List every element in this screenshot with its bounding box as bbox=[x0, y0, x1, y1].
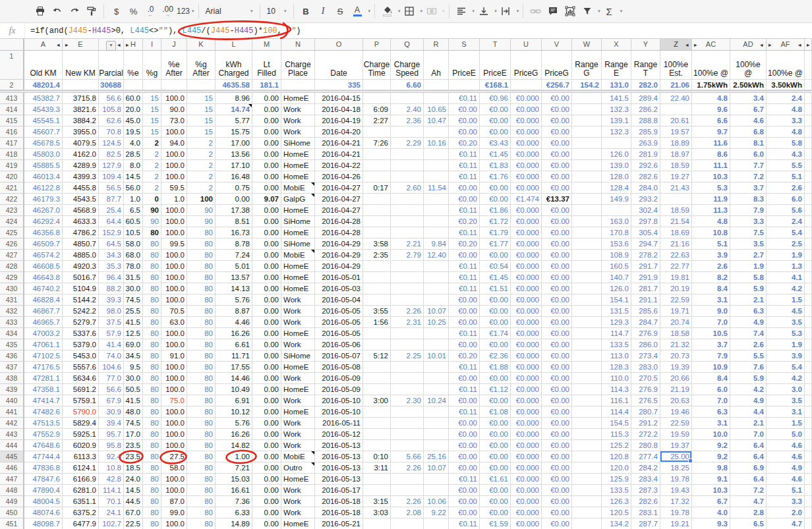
cell-A442[interactable]: 47513.5 bbox=[24, 418, 63, 429]
cell-A445[interactable]: 47744.4 bbox=[24, 451, 63, 462]
cell-U416[interactable]: €0.000 bbox=[511, 126, 542, 138]
cell-J426[interactable]: 99.5 bbox=[161, 238, 187, 250]
cell-X419[interactable]: 139.0 bbox=[602, 160, 631, 171]
cell-E437[interactable]: 5557.6 bbox=[63, 362, 99, 373]
col-header-V[interactable]: V bbox=[542, 39, 572, 51]
cell-I426[interactable]: 80 bbox=[143, 238, 161, 250]
hidden-columns-icon[interactable]: ▸ bbox=[768, 42, 772, 48]
cell-I445[interactable]: 80 bbox=[143, 451, 161, 462]
cell-U443[interactable]: €0.000 bbox=[511, 429, 542, 440]
cell-P415[interactable]: 2:27 bbox=[363, 115, 391, 126]
cell-W428[interactable] bbox=[572, 261, 602, 272]
cell-AC425[interactable]: 10.8 bbox=[692, 227, 730, 238]
header-L[interactable]: kWh Charged bbox=[216, 51, 252, 80]
cell-L433[interactable]: 4.46 bbox=[216, 317, 252, 328]
cell-M426[interactable]: 0.00 bbox=[252, 238, 281, 250]
cell-X448[interactable]: 133.5 bbox=[602, 485, 631, 496]
cell-E433[interactable]: 5279.7 bbox=[63, 317, 99, 328]
cell-Y420[interactable]: 282.6 bbox=[631, 171, 660, 182]
hidden-columns-icon[interactable]: ◂ bbox=[685, 42, 689, 48]
cell-X430[interactable]: 126.0 bbox=[602, 283, 631, 294]
header-J[interactable]: %e After bbox=[161, 51, 187, 80]
cell-W424[interactable] bbox=[572, 216, 602, 227]
cell-Z422[interactable] bbox=[660, 194, 692, 205]
cell-W443[interactable] bbox=[572, 429, 602, 440]
cell-S435[interactable]: €0.00 bbox=[449, 339, 480, 350]
cell-AD419[interactable]: 7.7 bbox=[730, 160, 767, 171]
cell-S451[interactable]: €0.11 bbox=[449, 518, 480, 529]
cell-L415[interactable]: 5.77 bbox=[216, 115, 252, 126]
cell-H440[interactable]: 41.5 bbox=[124, 395, 143, 406]
cell-T416[interactable]: €0.00 bbox=[480, 126, 511, 138]
cell-AF435[interactable]: 1.9 bbox=[767, 339, 805, 350]
cell-A425[interactable]: 46356.8 bbox=[24, 227, 63, 238]
cell-J448[interactable]: 100.0 bbox=[161, 485, 187, 496]
cell-O446[interactable]: 2016-05-13 bbox=[315, 462, 363, 474]
cell-V446[interactable]: €0.00 bbox=[542, 462, 572, 474]
cell-P449[interactable]: 3:15 bbox=[363, 496, 391, 507]
cell-L431[interactable]: 5.76 bbox=[216, 294, 252, 306]
cell-AC451[interactable]: 9.3 bbox=[692, 518, 730, 529]
cell-X414[interactable]: 132.3 bbox=[602, 104, 631, 115]
total-Z[interactable]: 21.06 bbox=[660, 80, 692, 90]
text-wrap-button[interactable] bbox=[498, 3, 514, 20]
cell-T414[interactable]: €0.00 bbox=[480, 104, 511, 115]
cell-J415[interactable]: 73.0 bbox=[161, 115, 187, 126]
cell-W420[interactable] bbox=[572, 171, 602, 182]
cell-N444[interactable]: Work bbox=[281, 440, 315, 451]
row-header-427[interactable]: 427 bbox=[0, 250, 24, 261]
cell-H446[interactable]: 18.5 bbox=[124, 462, 143, 474]
cell-M447[interactable]: 0.00 bbox=[252, 474, 281, 485]
cell-R447[interactable] bbox=[424, 474, 449, 485]
cell-M421[interactable]: 0.00 bbox=[252, 182, 281, 194]
cell-E450[interactable]: 6375.2 bbox=[63, 507, 99, 518]
cell-X445[interactable]: 120.8 bbox=[602, 451, 631, 462]
total-S[interactable] bbox=[449, 80, 480, 90]
cell-E415[interactable]: 3884.2 bbox=[63, 115, 99, 126]
cell-U428[interactable]: €0.000 bbox=[511, 261, 542, 272]
cell-E413[interactable]: 3715.8 bbox=[63, 93, 99, 104]
sheet[interactable]: AE▼HIJKLMNOPQRSTUVWXYZACADAF◂▸◂▸◂▸◂▸◂▸1O… bbox=[0, 39, 812, 529]
cell-P439[interactable] bbox=[363, 384, 391, 395]
cell-E436[interactable]: 5453.0 bbox=[63, 350, 99, 362]
cell-L420[interactable]: 16.48 bbox=[216, 171, 252, 182]
cell-AF439[interactable]: 3.0 bbox=[767, 384, 805, 395]
col-header-N[interactable]: N bbox=[281, 39, 315, 51]
row-header-423[interactable]: 423 bbox=[0, 205, 24, 216]
row-header-432[interactable]: 432 bbox=[0, 306, 24, 317]
cell-J419[interactable]: 100.0 bbox=[161, 160, 187, 171]
cell-V447[interactable]: €0.00 bbox=[542, 474, 572, 485]
cell-AC449[interactable]: 6.7 bbox=[692, 496, 730, 507]
cell-Z432[interactable]: 19.71 bbox=[660, 306, 692, 317]
cell-P431[interactable] bbox=[363, 294, 391, 306]
cell-W435[interactable] bbox=[572, 339, 602, 350]
cell-E439[interactable]: 5691.2 bbox=[63, 384, 99, 395]
cell-S438[interactable]: €0.00 bbox=[449, 373, 480, 384]
cell-AF441[interactable]: 3.1 bbox=[767, 406, 805, 418]
cell-AC428[interactable]: 2.6 bbox=[692, 261, 730, 272]
selected-cell[interactable]: 25.00 bbox=[660, 451, 692, 462]
cell-E447[interactable]: 6166.9 bbox=[63, 474, 99, 485]
cell-L414[interactable]: 14.74 bbox=[216, 104, 252, 115]
format-currency-button[interactable]: $ bbox=[108, 3, 125, 20]
cell-K448[interactable]: 80 bbox=[187, 485, 216, 496]
cell-AF440[interactable]: 3.5 bbox=[767, 395, 805, 406]
cell-AD444[interactable]: 6.4 bbox=[730, 440, 767, 451]
header-AC[interactable]: 100%e @ bbox=[692, 51, 730, 80]
cell-L423[interactable]: 17.38 bbox=[216, 205, 252, 216]
cell-J441[interactable]: 100.0 bbox=[161, 406, 187, 418]
cell-Q420[interactable] bbox=[391, 171, 424, 182]
cell-Y422[interactable]: 293.2 bbox=[631, 194, 660, 205]
cell-P443[interactable] bbox=[363, 429, 391, 440]
cell-E417[interactable]: 4079.5 bbox=[63, 138, 99, 149]
row-header-415[interactable]: 415 bbox=[0, 115, 24, 126]
cell-L421[interactable]: 0.75 bbox=[216, 182, 252, 194]
cell-T444[interactable]: €0.00 bbox=[480, 440, 511, 451]
cell-J414[interactable]: 90.0 bbox=[161, 104, 187, 115]
cell-AC423[interactable]: 11.3 bbox=[692, 205, 730, 216]
cell-I431[interactable]: 80 bbox=[143, 294, 161, 306]
cell-V442[interactable]: €0.00 bbox=[542, 418, 572, 429]
cell-H448[interactable]: 14.5 bbox=[124, 485, 143, 496]
cell-U442[interactable]: €0.000 bbox=[511, 418, 542, 429]
cell-O421[interactable]: 2016-04-27 bbox=[315, 182, 363, 194]
